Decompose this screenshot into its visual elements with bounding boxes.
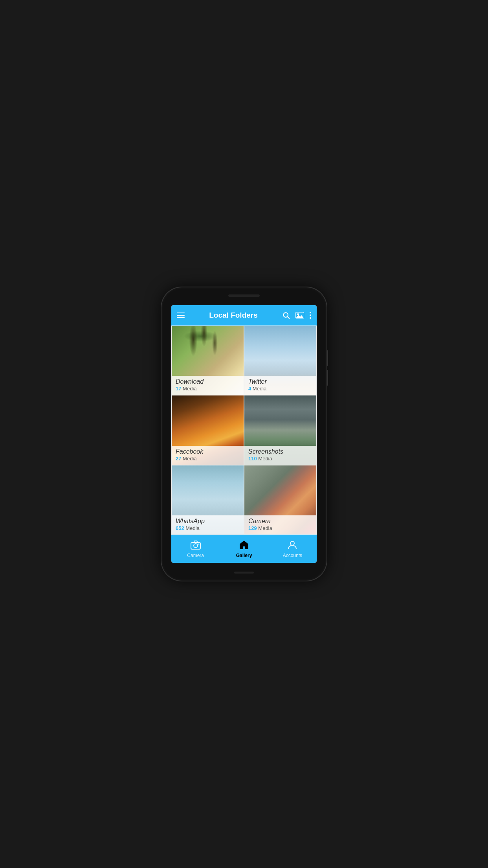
svg-point-7 — [194, 544, 198, 548]
folder-item-twitter[interactable]: Twitter 4 Media — [244, 326, 317, 395]
volume-button-2 — [327, 370, 328, 386]
hamburger-menu-icon[interactable] — [177, 313, 185, 318]
folder-item-download[interactable]: Download 17 Media — [171, 326, 244, 395]
folder-name-screenshots: Screenshots — [248, 448, 312, 455]
page-title: Local Folders — [185, 311, 282, 320]
folder-item-facebook[interactable]: Facebook 27 Media — [171, 395, 244, 465]
gallery-icon[interactable] — [295, 311, 304, 319]
folder-name-download: Download — [176, 378, 240, 385]
folder-meta-whatsapp: 652 Media — [176, 525, 240, 531]
top-bar-icons — [282, 311, 311, 319]
svg-point-5 — [297, 313, 299, 315]
folder-info-facebook: Facebook 27 Media — [172, 446, 244, 465]
folder-name-whatsapp: WhatsApp — [176, 518, 240, 525]
folder-info-download: Download 17 Media — [172, 376, 244, 395]
folder-name-facebook: Facebook — [176, 448, 240, 455]
gallery-nav-icon — [239, 540, 249, 552]
phone-frame: Local Folders — [161, 287, 327, 581]
nav-item-camera[interactable]: Camera — [184, 540, 207, 558]
folder-meta-camera: 129 Media — [248, 525, 312, 531]
search-icon[interactable] — [282, 311, 290, 319]
folder-item-screenshots[interactable]: Screenshots 110 Media — [244, 395, 317, 465]
folders-grid: Download 17 Media Twitter 4 Media — [171, 326, 317, 535]
folder-info-screenshots: Screenshots 110 Media — [244, 446, 316, 465]
folder-meta-facebook: 27 Media — [176, 456, 240, 462]
folder-item-whatsapp[interactable]: WhatsApp 652 Media — [171, 465, 244, 535]
folder-name-camera: Camera — [248, 518, 312, 525]
svg-point-8 — [198, 543, 199, 544]
folder-count-screenshots: 110 — [248, 456, 257, 462]
nav-label-accounts: Accounts — [283, 553, 302, 558]
phone-screen: Local Folders — [171, 305, 317, 563]
folder-count-twitter: 4 — [248, 386, 251, 392]
folder-count-download: 17 — [176, 386, 181, 392]
folder-count-facebook: 27 — [176, 456, 181, 462]
folder-meta-twitter: 4 Media — [248, 386, 312, 392]
folder-meta-screenshots: 110 Media — [248, 456, 312, 462]
svg-line-1 — [288, 317, 290, 319]
nav-item-accounts[interactable]: Accounts — [281, 540, 304, 558]
folder-info-twitter: Twitter 4 Media — [244, 376, 316, 395]
folder-unit-download: Media — [183, 386, 196, 392]
nav-label-gallery: Gallery — [236, 553, 252, 558]
svg-point-9 — [290, 541, 294, 545]
nav-item-gallery[interactable]: Gallery — [232, 540, 256, 558]
nav-label-camera: Camera — [187, 553, 204, 558]
volume-button — [327, 350, 328, 366]
folder-unit-twitter: Media — [253, 386, 266, 392]
folder-unit-camera: Media — [258, 525, 272, 531]
folder-info-camera: Camera 129 Media — [244, 515, 316, 534]
folder-name-twitter: Twitter — [248, 378, 312, 385]
folder-item-camera[interactable]: Camera 129 Media — [244, 465, 317, 535]
bottom-navigation: Camera Gallery Accounts — [171, 535, 317, 563]
accounts-nav-icon — [287, 540, 297, 552]
folder-unit-screenshots: Media — [258, 456, 272, 462]
folder-count-camera: 129 — [248, 525, 257, 531]
folder-meta-download: 17 Media — [176, 386, 240, 392]
folder-unit-whatsapp: Media — [185, 525, 199, 531]
more-options-icon[interactable] — [310, 312, 311, 319]
folder-count-whatsapp: 652 — [176, 525, 184, 531]
folder-info-whatsapp: WhatsApp 652 Media — [172, 515, 244, 534]
top-bar: Local Folders — [171, 305, 317, 326]
camera-nav-icon — [190, 540, 201, 552]
folder-unit-facebook: Media — [183, 456, 196, 462]
